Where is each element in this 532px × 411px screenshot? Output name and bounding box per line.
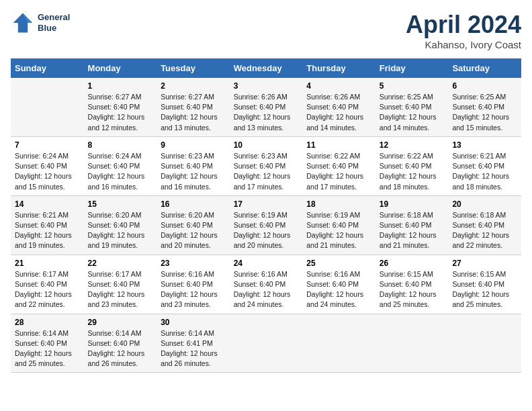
day-number: 23 (161, 259, 226, 268)
day-number: 29 (88, 318, 153, 327)
calendar-cell: 16Sunrise: 6:20 AM Sunset: 6:40 PM Dayli… (157, 195, 230, 255)
day-info: Sunrise: 6:16 AM Sunset: 6:40 PM Dayligh… (161, 269, 226, 310)
calendar-cell: 23Sunrise: 6:16 AM Sunset: 6:40 PM Dayli… (157, 255, 230, 314)
calendar-week-row: 14Sunrise: 6:21 AM Sunset: 6:40 PM Dayli… (11, 195, 521, 255)
calendar-cell: 24Sunrise: 6:16 AM Sunset: 6:40 PM Dayli… (230, 255, 303, 314)
title-block: April 2024 Kahanso, Ivory Coast (406, 11, 521, 50)
day-info: Sunrise: 6:16 AM Sunset: 6:40 PM Dayligh… (306, 269, 371, 310)
day-info: Sunrise: 6:14 AM Sunset: 6:40 PM Dayligh… (15, 328, 80, 369)
calendar-cell: 6Sunrise: 6:25 AM Sunset: 6:40 PM Daylig… (448, 78, 521, 136)
day-number: 1 (88, 81, 153, 91)
calendar-cell: 19Sunrise: 6:18 AM Sunset: 6:40 PM Dayli… (375, 195, 449, 255)
calendar-cell (375, 314, 449, 373)
day-info: Sunrise: 6:14 AM Sunset: 6:40 PM Dayligh… (88, 328, 153, 369)
day-info: Sunrise: 6:18 AM Sunset: 6:40 PM Dayligh… (452, 210, 517, 251)
day-info: Sunrise: 6:18 AM Sunset: 6:40 PM Dayligh… (380, 210, 445, 251)
weekday-header-friday: Friday (375, 58, 449, 78)
day-number: 25 (306, 259, 371, 268)
calendar-cell (302, 314, 375, 373)
day-number: 2 (161, 81, 226, 91)
day-number: 7 (15, 140, 80, 150)
day-info: Sunrise: 6:16 AM Sunset: 6:40 PM Dayligh… (234, 269, 299, 310)
calendar-week-row: 21Sunrise: 6:17 AM Sunset: 6:40 PM Dayli… (11, 255, 521, 314)
calendar-cell: 2Sunrise: 6:27 AM Sunset: 6:40 PM Daylig… (157, 78, 230, 136)
calendar-cell: 27Sunrise: 6:15 AM Sunset: 6:40 PM Dayli… (448, 255, 521, 314)
day-info: Sunrise: 6:25 AM Sunset: 6:40 PM Dayligh… (452, 92, 517, 133)
calendar-cell: 22Sunrise: 6:17 AM Sunset: 6:40 PM Dayli… (84, 255, 157, 314)
weekday-header-monday: Monday (84, 58, 157, 78)
day-number: 22 (88, 259, 153, 268)
day-number: 19 (380, 199, 445, 209)
calendar-cell: 12Sunrise: 6:22 AM Sunset: 6:40 PM Dayli… (375, 136, 449, 195)
day-info: Sunrise: 6:17 AM Sunset: 6:40 PM Dayligh… (15, 269, 80, 310)
calendar-cell: 3Sunrise: 6:26 AM Sunset: 6:40 PM Daylig… (230, 78, 303, 136)
day-number: 15 (88, 199, 153, 209)
calendar-cell: 1Sunrise: 6:27 AM Sunset: 6:40 PM Daylig… (84, 78, 157, 136)
calendar-cell: 20Sunrise: 6:18 AM Sunset: 6:40 PM Dayli… (448, 195, 521, 255)
day-info: Sunrise: 6:20 AM Sunset: 6:40 PM Dayligh… (161, 210, 226, 251)
day-info: Sunrise: 6:24 AM Sunset: 6:40 PM Dayligh… (15, 151, 80, 192)
calendar-cell: 15Sunrise: 6:20 AM Sunset: 6:40 PM Dayli… (84, 195, 157, 255)
day-number: 16 (161, 199, 226, 209)
day-info: Sunrise: 6:27 AM Sunset: 6:40 PM Dayligh… (88, 92, 153, 133)
day-number: 26 (380, 259, 445, 268)
day-info: Sunrise: 6:26 AM Sunset: 6:40 PM Dayligh… (306, 92, 371, 133)
calendar-cell: 25Sunrise: 6:16 AM Sunset: 6:40 PM Dayli… (302, 255, 375, 314)
calendar-cell (11, 78, 84, 136)
day-number: 10 (234, 140, 299, 150)
day-info: Sunrise: 6:19 AM Sunset: 6:40 PM Dayligh… (306, 210, 371, 251)
day-info: Sunrise: 6:19 AM Sunset: 6:40 PM Dayligh… (234, 210, 299, 251)
calendar-cell: 26Sunrise: 6:15 AM Sunset: 6:40 PM Dayli… (375, 255, 449, 314)
day-number: 14 (15, 199, 80, 209)
calendar-table: SundayMondayTuesdayWednesdayThursdayFrid… (11, 58, 521, 373)
calendar-cell: 5Sunrise: 6:25 AM Sunset: 6:40 PM Daylig… (375, 78, 449, 136)
day-info: Sunrise: 6:26 AM Sunset: 6:40 PM Dayligh… (234, 92, 299, 133)
logo-line2: Blue (38, 23, 70, 34)
day-number: 30 (161, 318, 226, 327)
calendar-cell: 13Sunrise: 6:21 AM Sunset: 6:40 PM Dayli… (448, 136, 521, 195)
calendar-cell: 28Sunrise: 6:14 AM Sunset: 6:40 PM Dayli… (11, 314, 84, 373)
day-info: Sunrise: 6:21 AM Sunset: 6:40 PM Dayligh… (452, 151, 517, 192)
day-info: Sunrise: 6:22 AM Sunset: 6:40 PM Dayligh… (306, 151, 371, 192)
day-number: 11 (306, 140, 371, 150)
day-number: 6 (452, 81, 517, 91)
day-info: Sunrise: 6:23 AM Sunset: 6:40 PM Dayligh… (234, 151, 299, 192)
day-info: Sunrise: 6:20 AM Sunset: 6:40 PM Dayligh… (88, 210, 153, 251)
calendar-cell: 29Sunrise: 6:14 AM Sunset: 6:40 PM Dayli… (84, 314, 157, 373)
weekday-header-saturday: Saturday (448, 58, 521, 78)
day-info: Sunrise: 6:25 AM Sunset: 6:40 PM Dayligh… (380, 92, 445, 133)
calendar-cell: 10Sunrise: 6:23 AM Sunset: 6:40 PM Dayli… (230, 136, 303, 195)
calendar-week-row: 7Sunrise: 6:24 AM Sunset: 6:40 PM Daylig… (11, 136, 521, 195)
day-info: Sunrise: 6:21 AM Sunset: 6:40 PM Dayligh… (15, 210, 80, 251)
day-number: 17 (234, 199, 299, 209)
weekday-header-tuesday: Tuesday (157, 58, 230, 78)
weekday-header-row: SundayMondayTuesdayWednesdayThursdayFrid… (11, 58, 521, 78)
day-info: Sunrise: 6:24 AM Sunset: 6:40 PM Dayligh… (88, 151, 153, 192)
day-number: 28 (15, 318, 80, 327)
calendar-cell: 21Sunrise: 6:17 AM Sunset: 6:40 PM Dayli… (11, 255, 84, 314)
day-info: Sunrise: 6:17 AM Sunset: 6:40 PM Dayligh… (88, 269, 153, 310)
subtitle: Kahanso, Ivory Coast (406, 39, 521, 50)
calendar-cell (230, 314, 303, 373)
calendar-cell: 7Sunrise: 6:24 AM Sunset: 6:40 PM Daylig… (11, 136, 84, 195)
calendar-cell: 4Sunrise: 6:26 AM Sunset: 6:40 PM Daylig… (302, 78, 375, 136)
day-number: 12 (380, 140, 445, 150)
day-number: 4 (306, 81, 371, 91)
day-number: 8 (88, 140, 153, 150)
calendar-cell: 30Sunrise: 6:14 AM Sunset: 6:41 PM Dayli… (157, 314, 230, 373)
logo-icon (11, 11, 35, 35)
main-title: April 2024 (406, 11, 521, 39)
day-number: 18 (306, 199, 371, 209)
calendar-cell: 11Sunrise: 6:22 AM Sunset: 6:40 PM Dayli… (302, 136, 375, 195)
calendar-cell: 8Sunrise: 6:24 AM Sunset: 6:40 PM Daylig… (84, 136, 157, 195)
day-number: 3 (234, 81, 299, 91)
calendar-cell: 9Sunrise: 6:23 AM Sunset: 6:40 PM Daylig… (157, 136, 230, 195)
day-number: 21 (15, 259, 80, 268)
calendar-cell: 14Sunrise: 6:21 AM Sunset: 6:40 PM Dayli… (11, 195, 84, 255)
calendar-cell: 17Sunrise: 6:19 AM Sunset: 6:40 PM Dayli… (230, 195, 303, 255)
day-info: Sunrise: 6:14 AM Sunset: 6:41 PM Dayligh… (161, 328, 226, 369)
day-number: 27 (452, 259, 517, 268)
day-number: 24 (234, 259, 299, 268)
day-number: 9 (161, 140, 226, 150)
day-info: Sunrise: 6:27 AM Sunset: 6:40 PM Dayligh… (161, 92, 226, 133)
